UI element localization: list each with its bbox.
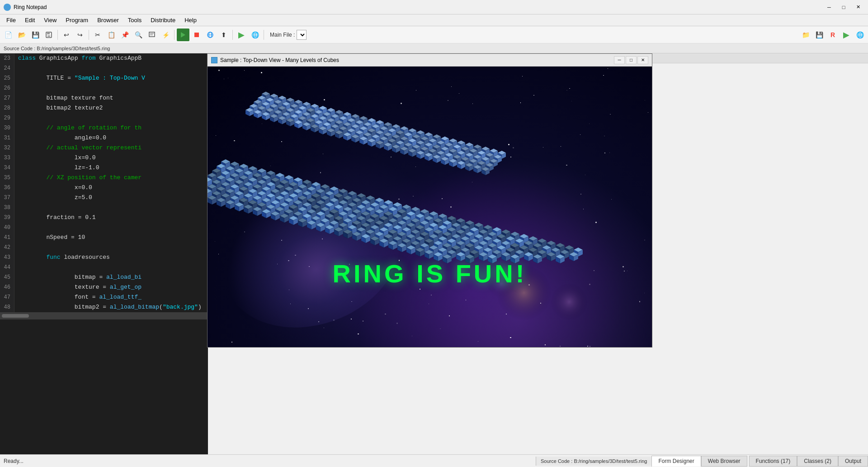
code-line-31: 31 angle=0.0 (0, 133, 208, 143)
stop-button[interactable] (190, 29, 203, 41)
code-line-39: 39 fraction = 0.1 (0, 213, 208, 223)
redo-button[interactable]: ↪ (74, 29, 86, 41)
undo-button[interactable]: ↩ (60, 29, 73, 41)
code-line-46: 46 texture = al_get_op (0, 282, 208, 292)
classes-panel-tab[interactable]: Classes (2) (797, 456, 838, 467)
code-line-32: 32 // actual vector representi (0, 143, 208, 153)
toolbar-separator-5 (264, 30, 264, 40)
toolbar: 📄 📂 💾 ↩ ↪ ✂ 📋 📌 🔍 ⚡ ⬆ ▶ 🌐 Main File : 📁 … (0, 26, 868, 43)
upload-button[interactable]: ⬆ (217, 29, 230, 41)
code-line-24: 24 (0, 63, 208, 73)
sample-window[interactable]: Sample : Top-Down View - Many Levels of … (207, 53, 652, 348)
svg-rect-2 (47, 35, 50, 38)
find-button[interactable]: 🔍 (132, 29, 145, 41)
save-file-button[interactable]: 💾 (29, 29, 42, 41)
code-line-25: 25 TITLE = "Sample : Top-Down V (0, 73, 208, 83)
code-line-33: 33 lx=0.0 (0, 153, 208, 163)
statusbar-source: Source Code : B:/ring/samples/3D/test/te… (536, 457, 651, 466)
run-button[interactable] (177, 29, 189, 41)
code-line-29: 29 (0, 113, 208, 123)
sample-min-button[interactable]: ─ (614, 56, 625, 64)
app-title: Ring Notepad (14, 4, 823, 10)
ready-text: Ready... (0, 458, 536, 464)
sample-window-icon (211, 57, 217, 63)
code-line-26: 26 (0, 83, 208, 93)
paste-button[interactable]: 📌 (118, 29, 131, 41)
code-editor[interactable]: 23 class GraphicsApp from GraphicsAppB 2… (0, 53, 208, 454)
copy-button[interactable]: 📋 (105, 29, 118, 41)
close-button[interactable]: ✕ (852, 3, 864, 12)
scroll-thumb[interactable] (2, 314, 29, 318)
menu-help[interactable]: Help (180, 14, 201, 26)
folder-button-right[interactable]: 📁 (799, 29, 812, 41)
code-line-23: 23 class GraphicsApp from GraphicsAppB (0, 53, 208, 63)
menu-browser[interactable]: Browser (93, 14, 123, 26)
replace-button[interactable]: ⚡ (159, 29, 172, 41)
menu-program[interactable]: Program (61, 14, 93, 26)
code-line-37: 37 z=5.0 (0, 193, 208, 203)
code-line-42: 42 (0, 243, 208, 253)
menu-view[interactable]: View (39, 14, 61, 26)
code-line-48: 48 bitmap2 = al_load_bitmap("back.jpg") (0, 302, 208, 312)
new-file-button[interactable]: 📄 (2, 29, 14, 41)
sample-window-controls: ─ □ ✕ (614, 56, 648, 64)
cube-canvas (208, 67, 652, 347)
main-file-selector: Main File : (270, 30, 307, 40)
web-right-button[interactable]: 🌐 (854, 29, 866, 41)
sample-titlebar: Sample : Top-Down View - Many Levels of … (208, 54, 652, 67)
toolbar-separator-1 (57, 30, 58, 40)
globe-button[interactable]: 🌐 (249, 29, 261, 41)
code-line-35: 35 // XZ position of the camer (0, 173, 208, 183)
main-file-dropdown[interactable] (297, 30, 307, 40)
code-line-30: 30 // angle of rotation for th (0, 123, 208, 133)
code-line-40: 40 (0, 223, 208, 233)
toolbar-separator-2 (89, 30, 89, 40)
menu-edit[interactable]: Edit (20, 14, 39, 26)
sample-window-title: Sample : Top-Down View - Many Levels of … (220, 57, 614, 63)
web-button[interactable] (204, 29, 217, 41)
code-line-38: 38 (0, 203, 208, 213)
code-lines: 23 class GraphicsApp from GraphicsAppB 2… (0, 53, 208, 312)
code-line-34: 34 lz=-1.0 (0, 163, 208, 173)
svg-text:⚡: ⚡ (162, 31, 169, 38)
code-line-36: 36 x=0.0 (0, 183, 208, 193)
source-path-text: Source Code : B:/ring/samples/3D/test/te… (4, 46, 110, 51)
open-file-button[interactable]: 📂 (15, 29, 28, 41)
play-button[interactable]: ▶ (235, 29, 248, 41)
window-controls: ─ □ ✕ (823, 3, 864, 12)
statusbar: Ready... Source Code : B:/ring/samples/3… (0, 454, 868, 467)
ring-button[interactable]: R (826, 29, 839, 41)
source-path-bar: Source Code : B:/ring/samples/3D/test/te… (0, 43, 868, 53)
code-line-45: 45 bitmap = al_load_bi (0, 272, 208, 282)
save-as-button[interactable] (42, 29, 55, 41)
web-browser-tab[interactable]: Web Browser (701, 456, 747, 467)
status-tabs: Form Designer Web Browser (651, 456, 747, 467)
form-designer-tab[interactable]: Form Designer (651, 456, 701, 467)
status-panels: Functions (17) Classes (2) Output (749, 456, 868, 467)
minimize-button[interactable]: ─ (823, 3, 835, 12)
titlebar: Ring Notepad ─ □ ✕ (0, 0, 868, 14)
sample-close-button[interactable]: ✕ (637, 56, 648, 64)
ring-fun-text: RING IS FUN! (333, 259, 527, 288)
menu-file[interactable]: File (2, 14, 20, 26)
code-line-41: 41 nSpeed = 10 (0, 233, 208, 243)
menu-tools[interactable]: Tools (123, 14, 146, 26)
functions-panel-tab[interactable]: Functions (17) (749, 456, 797, 467)
code-line-28: 28 bitmap2 texture2 (0, 103, 208, 113)
menu-distribute[interactable]: Distribute (146, 14, 180, 26)
cut-button[interactable]: ✂ (91, 29, 104, 41)
editor-scrollbar[interactable] (0, 312, 208, 319)
toolbar-separator-4 (232, 30, 233, 40)
comment-button[interactable] (146, 29, 158, 41)
output-panel-tab[interactable]: Output (838, 456, 868, 467)
menubar: File Edit View Program Browser Tools Dis… (0, 14, 868, 26)
code-line-43: 43 func loadresources (0, 253, 208, 262)
save-right-button[interactable]: 💾 (813, 29, 826, 41)
play-right-button[interactable]: ▶ (840, 29, 853, 41)
sample-max-button[interactable]: □ (626, 56, 637, 64)
maximize-button[interactable]: □ (837, 3, 850, 12)
sample-canvas: RING IS FUN! (208, 67, 652, 347)
toolbar-separator-3 (174, 30, 175, 40)
main-file-label: Main File : (270, 32, 295, 38)
svg-rect-7 (194, 33, 199, 37)
